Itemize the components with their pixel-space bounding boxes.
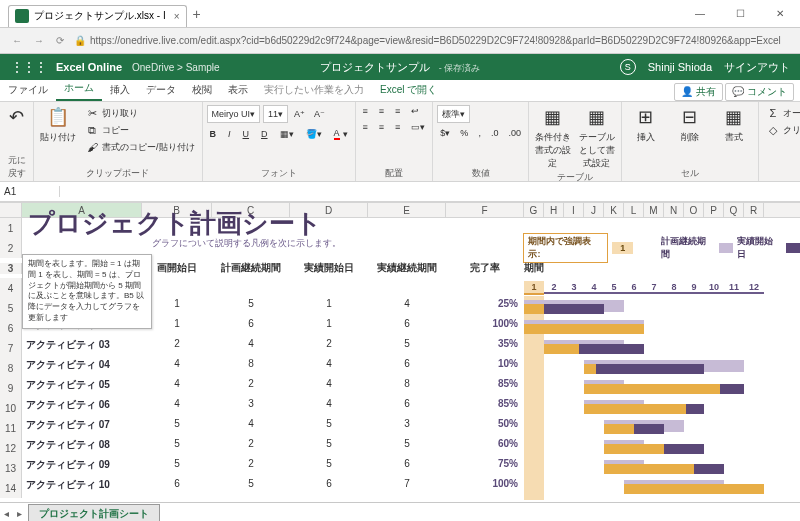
app-launcher-icon[interactable]: ⋮⋮⋮ [10, 59, 46, 75]
cond-format-button[interactable]: ▦条件付き書式の設定 [533, 105, 573, 170]
table-row[interactable]: 10 アクティビティ 06 4 3 4 6 85% [0, 398, 800, 418]
comma-button[interactable]: , [475, 127, 484, 139]
grow-font[interactable]: A⁺ [291, 105, 308, 123]
tab-view[interactable]: 表示 [220, 79, 256, 101]
tell-me-box[interactable]: 実行したい作業を入力 [256, 79, 372, 101]
align-center[interactable]: ≡ [376, 121, 387, 133]
font-size-select[interactable]: 11 ▾ [263, 105, 288, 123]
font-name-select[interactable]: Meiryo UI ▾ [207, 105, 261, 123]
row-12[interactable]: 12 [0, 438, 22, 458]
tab-home[interactable]: ホーム [56, 77, 102, 101]
autosum-button[interactable]: Σオート SUM ▾ [763, 105, 800, 121]
row-1[interactable]: 1 [0, 218, 22, 238]
align-right[interactable]: ≡ [392, 121, 403, 133]
wrap-text[interactable]: ↩ [408, 105, 422, 117]
underline-button[interactable]: U [240, 127, 253, 141]
row-10[interactable]: 10 [0, 398, 22, 418]
insert-cells[interactable]: ⊞挿入 [626, 105, 666, 144]
dec-dec[interactable]: .00 [505, 127, 524, 139]
activity-name[interactable]: アクティビティ 06 [22, 398, 142, 418]
row-13[interactable]: 13 [0, 458, 22, 478]
activity-name[interactable]: アクティビティ 09 [22, 458, 142, 478]
align-bot[interactable]: ≡ [392, 105, 403, 117]
browser-tab[interactable]: プロジェクトサンプル.xlsx - I × [8, 5, 187, 27]
percent-button[interactable]: % [457, 127, 471, 139]
undo-button[interactable]: ↶ [4, 105, 29, 129]
activity-name[interactable]: アクティビティ 04 [22, 358, 142, 378]
url-field[interactable]: https://onedrive.live.com/edit.aspx?cid=… [90, 35, 781, 46]
row-4[interactable]: 4 [0, 278, 22, 298]
spreadsheet-grid[interactable]: A BC DE FG HI JK LM NO PQ R プロジェクト計画シート … [0, 202, 800, 502]
shrink-font[interactable]: A⁻ [311, 105, 328, 123]
format-table-button[interactable]: ▦テーブルとして書式設定 [577, 105, 617, 170]
row-3[interactable]: 3 [0, 263, 22, 274]
minimize-button[interactable]: — [680, 0, 720, 28]
sign-out[interactable]: サインアウト [724, 60, 790, 75]
italic-button[interactable]: I [225, 127, 234, 141]
tab-review[interactable]: 校閲 [184, 79, 220, 101]
table-row[interactable]: 9 アクティビティ 05 4 2 4 8 85% [0, 378, 800, 398]
table-row[interactable]: 11 アクティビティ 07 5 4 5 3 50% [0, 418, 800, 438]
breadcrumb[interactable]: OneDrive > Sample [132, 62, 220, 73]
table-row[interactable]: 13 アクティビティ 09 5 2 5 6 75% [0, 458, 800, 478]
tab-file[interactable]: ファイル [0, 79, 56, 101]
inc-dec[interactable]: .0 [488, 127, 502, 139]
delete-cells[interactable]: ⊟削除 [670, 105, 710, 144]
row-14[interactable]: 14 [0, 478, 22, 498]
new-tab-button[interactable]: + [193, 6, 201, 22]
highlight-value[interactable]: 1 [612, 242, 633, 254]
maximize-button[interactable]: ☐ [720, 0, 760, 28]
align-left[interactable]: ≡ [360, 121, 371, 133]
activity-name[interactable]: アクティビティ 05 [22, 378, 142, 398]
sheet-tab[interactable]: プロジェクト計画シート [28, 504, 160, 521]
paste-button[interactable]: 📋貼り付け [38, 105, 78, 144]
fontcolor-button[interactable]: A▾ [331, 127, 351, 141]
align-mid[interactable]: ≡ [376, 105, 387, 117]
row-7[interactable]: 7 [0, 338, 22, 358]
select-all[interactable] [0, 203, 22, 217]
sheet-nav-next[interactable]: ▸ [13, 508, 26, 519]
copy-button[interactable]: ⧉コピー [82, 122, 198, 138]
dunder-button[interactable]: D [258, 127, 271, 141]
tab-data[interactable]: データ [138, 79, 184, 101]
row-8[interactable]: 8 [0, 358, 22, 378]
format-cells[interactable]: ▦書式 [714, 105, 754, 144]
refresh-button[interactable]: ⟳ [56, 35, 64, 46]
share-button[interactable]: 👤 共有 [674, 83, 723, 101]
format-painter-button[interactable]: 🖌書式のコピー/貼り付け [82, 139, 198, 155]
fillcolor-button[interactable]: 🪣▾ [303, 127, 325, 141]
back-button[interactable]: ← [12, 35, 22, 46]
doc-title[interactable]: プロジェクトサンプル [320, 61, 430, 73]
align-top[interactable]: ≡ [360, 105, 371, 117]
number-format-select[interactable]: 標準 ▾ [437, 105, 470, 123]
close-window-button[interactable]: ✕ [760, 0, 800, 28]
activity-name[interactable]: アクティビティ 10 [22, 478, 142, 498]
border-button[interactable]: ▦▾ [277, 127, 297, 141]
forward-button[interactable]: → [34, 35, 44, 46]
row-9[interactable]: 9 [0, 378, 22, 398]
currency-button[interactable]: $▾ [437, 127, 453, 139]
table-row[interactable]: 8 アクティビティ 04 4 8 4 6 10% [0, 358, 800, 378]
skype-icon[interactable]: S [620, 59, 636, 75]
clear-button[interactable]: ◇クリア ▾ [763, 122, 800, 138]
user-name[interactable]: Shinji Shioda [648, 61, 712, 73]
table-row[interactable]: 12 アクティビティ 08 5 2 5 5 60% [0, 438, 800, 458]
row-6[interactable]: 6 [0, 318, 22, 338]
open-in-excel[interactable]: Excel で開く [372, 79, 445, 101]
sheet-nav-prev[interactable]: ◂ [0, 508, 13, 519]
comments-button[interactable]: 💬 コメント [725, 83, 794, 101]
cut-button[interactable]: ✂切り取り [82, 105, 198, 121]
merge-cells[interactable]: ▭▾ [408, 121, 428, 133]
activity-name[interactable]: アクティビティ 07 [22, 418, 142, 438]
activity-name[interactable]: アクティビティ 03 [22, 338, 142, 358]
bold-button[interactable]: B [207, 127, 220, 141]
row-2[interactable]: 2 [0, 238, 22, 258]
close-tab-icon[interactable]: × [174, 11, 180, 22]
app-name[interactable]: Excel Online [56, 61, 122, 73]
activity-name[interactable]: アクティビティ 08 [22, 438, 142, 458]
tab-insert[interactable]: 挿入 [102, 79, 138, 101]
table-row[interactable]: 14 アクティビティ 10 6 5 6 7 100% [0, 478, 800, 498]
table-row[interactable]: 7 アクティビティ 03 2 4 2 5 35% [0, 338, 800, 358]
row-11[interactable]: 11 [0, 418, 22, 438]
name-box[interactable]: A1 [0, 186, 60, 197]
